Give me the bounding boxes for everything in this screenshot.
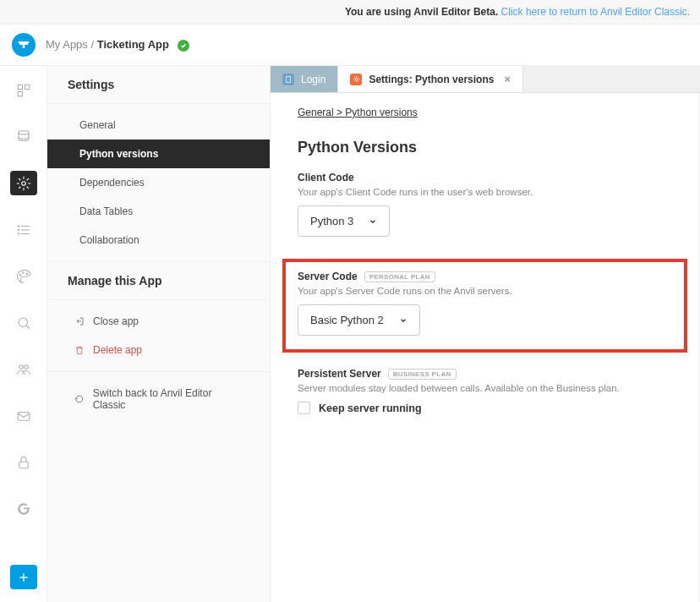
rail-google-icon[interactable] <box>10 496 37 521</box>
personal-plan-badge: PERSONAL PLAN <box>364 271 435 282</box>
sidebar-item-dependencies[interactable]: Dependencies <box>47 168 270 197</box>
svg-rect-18 <box>18 412 30 420</box>
status-check-icon <box>178 40 189 52</box>
rail-add-button[interactable] <box>10 565 37 589</box>
svg-rect-2 <box>18 91 22 96</box>
breadcrumb-app-name: Ticketing App <box>97 38 169 51</box>
svg-point-12 <box>22 271 24 273</box>
client-code-section: Client Code Your app's Client Code runs … <box>298 172 672 237</box>
gear-icon <box>350 74 362 85</box>
svg-point-13 <box>26 273 28 275</box>
svg-point-9 <box>18 229 19 231</box>
content: General > Python versions Python Version… <box>271 93 700 602</box>
tab-settings[interactable]: Settings: Python versions × <box>338 66 523 92</box>
business-plan-badge: BUSINESS PLAN <box>388 369 457 380</box>
svg-point-10 <box>18 233 19 234</box>
beta-banner: You are using Anvil Editor Beta. Click h… <box>0 0 700 25</box>
undo-icon <box>74 394 85 404</box>
persistent-server-section: Persistent Server BUSINESS PLAN Server m… <box>298 368 672 414</box>
rail-email-icon[interactable] <box>10 403 37 428</box>
server-code-desc: Your app's Server Code runs on the Anvil… <box>298 286 672 296</box>
client-code-desc: Your app's Client Code runs in the user'… <box>298 187 672 197</box>
anvil-icon <box>17 40 30 50</box>
svg-point-14 <box>19 318 28 327</box>
keep-server-label: Keep server running <box>319 402 422 414</box>
svg-point-16 <box>19 364 23 369</box>
server-code-label: Server Code PERSONAL PLAN <box>298 271 672 282</box>
svg-rect-22 <box>286 76 290 82</box>
tabs: Login Settings: Python versions × <box>271 66 700 93</box>
rail-database-icon[interactable] <box>10 124 37 149</box>
left-rail <box>0 66 46 602</box>
svg-point-3 <box>19 130 29 134</box>
svg-point-4 <box>21 181 25 185</box>
server-code-highlight: Server Code PERSONAL PLAN Your app's Ser… <box>282 259 687 353</box>
anvil-logo[interactable] <box>12 33 36 57</box>
svg-rect-19 <box>19 462 28 468</box>
sidebar-item-collaboration[interactable]: Collaboration <box>47 226 270 254</box>
tab-settings-label: Settings: Python versions <box>369 74 494 85</box>
document-icon <box>282 74 294 85</box>
sidebar-manage-heading: Manage this App <box>47 262 270 300</box>
rail-theme-icon[interactable] <box>10 264 37 288</box>
sidebar-settings-heading: Settings <box>47 66 270 104</box>
chevron-down-icon <box>369 217 377 226</box>
sidebar-item-data-tables[interactable]: Data Tables <box>47 197 270 226</box>
breadcrumb: My Apps / Ticketing App <box>46 38 189 52</box>
svg-rect-0 <box>18 85 22 89</box>
svg-point-8 <box>18 225 19 227</box>
beta-message: You are using Anvil Editor Beta. <box>345 6 498 18</box>
rail-settings-icon[interactable] <box>10 171 37 195</box>
svg-point-11 <box>19 274 21 276</box>
rail-lock-icon[interactable] <box>10 450 37 474</box>
sidebar: Settings General Python versions Depende… <box>46 66 271 602</box>
tab-login[interactable]: Login <box>271 66 338 92</box>
svg-point-17 <box>24 364 28 369</box>
delete-app-action[interactable]: Delete app <box>47 336 270 364</box>
rail-search-icon[interactable] <box>10 310 37 335</box>
beta-classic-link[interactable]: Click here to return to Anvil Editor Cla… <box>501 6 690 18</box>
keep-server-checkbox[interactable] <box>298 402 310 414</box>
rail-app-icon[interactable] <box>10 78 37 102</box>
sidebar-item-general[interactable]: General <box>47 111 270 140</box>
rail-users-icon[interactable] <box>10 357 37 381</box>
close-app-action[interactable]: Close app <box>47 307 270 336</box>
server-code-dropdown[interactable]: Basic Python 2 <box>298 304 420 336</box>
persistent-server-desc: Server modules stay loaded between calls… <box>298 383 672 393</box>
sidebar-item-python-versions[interactable]: Python versions <box>47 140 270 168</box>
client-code-label: Client Code <box>298 172 672 183</box>
switch-classic-label: Switch back to Anvil Editor Classic <box>93 387 243 411</box>
trash-icon <box>74 345 85 355</box>
content-breadcrumb[interactable]: General > Python versions <box>298 107 672 118</box>
svg-point-23 <box>355 78 358 80</box>
rail-list-icon[interactable] <box>10 217 37 242</box>
server-code-value: Basic Python 2 <box>310 314 384 326</box>
delete-app-label: Delete app <box>93 344 142 356</box>
client-code-dropdown[interactable]: Python 3 <box>298 205 390 237</box>
svg-line-15 <box>26 326 30 329</box>
svg-rect-1 <box>25 85 29 89</box>
breadcrumb-apps[interactable]: My Apps <box>46 38 88 51</box>
switch-classic-action[interactable]: Switch back to Anvil Editor Classic <box>47 379 270 419</box>
client-code-value: Python 3 <box>310 215 353 227</box>
persistent-server-label: Persistent Server BUSINESS PLAN <box>298 368 672 380</box>
close-app-label: Close app <box>93 315 139 327</box>
page-title: Python Versions <box>298 139 672 156</box>
chevron-down-icon <box>399 316 407 325</box>
header: My Apps / Ticketing App <box>0 25 700 66</box>
close-app-icon <box>74 316 85 326</box>
tab-close-icon[interactable]: × <box>504 73 511 85</box>
tab-login-label: Login <box>301 74 325 85</box>
